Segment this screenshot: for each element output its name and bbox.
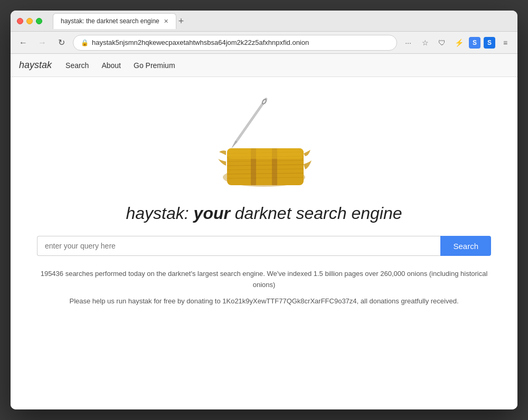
close-button[interactable] (17, 18, 23, 24)
minimize-button[interactable] (26, 18, 33, 24)
lightning-button[interactable]: ⚡ (452, 36, 466, 50)
site-nav: haystak Search About Go Premium (11, 54, 517, 77)
more-button[interactable]: ··· (401, 36, 415, 50)
stats-text: 195436 searches performed today on the d… (37, 269, 491, 291)
lock-icon: 🔒 (81, 39, 89, 46)
new-tab-button[interactable]: + (178, 16, 184, 26)
bookmark-button[interactable]: ☆ (418, 36, 432, 50)
tab-bar: haystak: the darknet search engine ✕ + (53, 13, 511, 29)
tab-close-icon[interactable]: ✕ (164, 18, 168, 25)
title-prefix: haystak: (126, 204, 194, 223)
site-logo: haystak (19, 60, 52, 71)
shield-button[interactable]: 🛡 (435, 36, 449, 50)
svg-marker-1 (231, 141, 237, 149)
main-title: haystak: your darknet search engine (126, 204, 402, 223)
search-row: Search (37, 236, 491, 256)
hay-bale-svg (211, 88, 317, 204)
active-tab[interactable]: haystak: the darknet search engine ✕ (53, 13, 176, 29)
back-button[interactable]: ← (16, 35, 31, 50)
title-emphasis: your (194, 204, 230, 223)
browser-window: haystak: the darknet search engine ✕ + ←… (11, 11, 517, 409)
forward-button[interactable]: → (35, 35, 50, 50)
tab-label: haystak: the darknet search engine (61, 17, 159, 25)
url-bar[interactable]: 🔒 haystak5njsmn2hqkewecpaxetahtwhsbsa64j… (73, 35, 397, 51)
address-actions: ··· ☆ 🛡 ⚡ S S ≡ (401, 36, 512, 50)
extension-s-icon[interactable]: S (469, 37, 480, 49)
reload-button[interactable]: ↻ (54, 35, 69, 50)
hero-image (211, 88, 317, 204)
address-bar: ← → ↻ 🔒 haystak5njsmn2hqkewecpaxetahtwhs… (11, 32, 517, 54)
nav-search[interactable]: Search (60, 58, 94, 73)
url-text: haystak5njsmn2hqkewecpaxetahtwhsbsa64jom… (92, 39, 389, 46)
nav-go-premium[interactable]: Go Premium (128, 58, 181, 73)
nav-about[interactable]: About (96, 58, 126, 73)
title-bar: haystak: the darknet search engine ✕ + (11, 11, 517, 32)
main-content: haystak: your darknet search engine Sear… (11, 77, 517, 409)
search-button[interactable]: Search (440, 236, 491, 256)
traffic-lights (17, 18, 42, 24)
extension-s2-icon[interactable]: S (484, 37, 495, 49)
donate-text: Please help us run haystak for free by d… (69, 296, 458, 307)
search-input[interactable] (37, 236, 440, 256)
svg-rect-15 (227, 148, 304, 159)
title-suffix: darknet search engine (230, 204, 402, 223)
hamburger-button[interactable]: ≡ (498, 36, 512, 50)
maximize-button[interactable] (36, 18, 42, 24)
